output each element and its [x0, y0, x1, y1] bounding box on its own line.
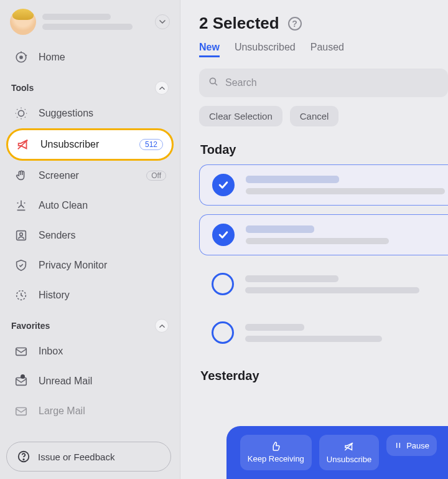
shield-icon: [14, 258, 29, 273]
clear-selection-button[interactable]: Clear Selection: [199, 106, 282, 126]
main-panel: 2 Selected ? New Unsubscribed Paused Cle…: [180, 0, 448, 479]
svg-rect-8: [16, 378, 27, 386]
button-label: Keep Receiving: [248, 455, 304, 464]
button-label: Pause: [406, 441, 429, 450]
pause-icon: [394, 440, 403, 451]
inbox-icon: [14, 344, 29, 359]
nav-suggestions[interactable]: Suggestions: [6, 98, 174, 128]
list-item[interactable]: [199, 214, 448, 255]
nav-unsubscriber[interactable]: Unsubscriber 512: [6, 128, 174, 161]
profile-switcher[interactable]: [6, 7, 174, 42]
megaphone-off-icon: [16, 137, 30, 152]
autoclean-icon: [14, 198, 29, 213]
tab-paused[interactable]: Paused: [310, 42, 344, 57]
collapse-favorites[interactable]: [155, 319, 169, 333]
nav-label: Large Mail: [39, 405, 166, 417]
search-icon: [208, 76, 219, 90]
nav-label: Senders: [39, 230, 166, 241]
svg-point-1: [20, 56, 22, 59]
filter-tabs: New Unsubscribed Paused: [199, 42, 448, 57]
page-title: 2 Selected: [199, 14, 279, 33]
lightbulb-icon: [14, 106, 29, 121]
nav-unread[interactable]: Unread Mail: [6, 366, 174, 396]
feedback-label: Issue or Feedback: [38, 452, 114, 462]
unsubscribe-button[interactable]: Unsubscribe: [319, 435, 379, 470]
svg-point-5: [20, 233, 23, 236]
svg-line-13: [215, 83, 217, 85]
nav-privacy[interactable]: Privacy Monitor: [6, 250, 174, 280]
button-label: Unsubscribe: [327, 455, 371, 464]
hand-icon: [14, 168, 29, 183]
large-mail-icon: [14, 404, 29, 419]
nav-inbox[interactable]: Inbox: [6, 336, 174, 366]
thumbs-up-icon: [270, 441, 281, 452]
nav-home[interactable]: Home: [6, 42, 174, 72]
chevron-down-icon[interactable]: [155, 14, 170, 29]
home-icon: [14, 50, 29, 65]
profile-placeholder: [42, 14, 149, 30]
count-badge: 512: [139, 139, 163, 150]
svg-rect-7: [16, 348, 27, 356]
unread-icon: [14, 374, 29, 389]
nav-label: Inbox: [39, 346, 166, 357]
svg-point-11: [23, 459, 24, 460]
search-bar[interactable]: [199, 69, 448, 97]
nav-autoclean[interactable]: Auto Clean: [6, 191, 174, 221]
help-icon[interactable]: ?: [288, 17, 302, 31]
tab-unsubscribed[interactable]: Unsubscribed: [235, 42, 296, 57]
checkbox-checked[interactable]: [212, 174, 235, 196]
keep-receiving-button[interactable]: Keep Receiving: [240, 435, 312, 470]
nav-label: Unsubscriber: [40, 139, 129, 150]
nav-history[interactable]: History: [6, 280, 174, 310]
checkbox-checked[interactable]: [212, 224, 235, 246]
section-title: Favorites: [11, 321, 50, 331]
list-item-content: [245, 275, 448, 293]
section-tools: Tools: [6, 72, 174, 98]
list-item[interactable]: [199, 264, 448, 304]
group-today: Today: [200, 143, 448, 157]
collapse-tools[interactable]: [155, 81, 169, 95]
history-icon: [14, 288, 29, 303]
nav-label: Unread Mail: [39, 376, 166, 387]
tab-new[interactable]: New: [199, 42, 220, 57]
list-item-content: [246, 225, 448, 244]
question-icon: [17, 450, 30, 463]
group-yesterday: Yesterday: [200, 369, 448, 383]
nav-senders[interactable]: Senders: [6, 221, 174, 250]
cancel-button[interactable]: Cancel: [290, 106, 339, 126]
nav-label: Suggestions: [39, 108, 166, 119]
section-favorites: Favorites: [6, 310, 174, 336]
checkbox[interactable]: [212, 321, 234, 344]
nav-screener[interactable]: Screener Off: [6, 161, 174, 191]
search-input[interactable]: [225, 77, 439, 88]
pause-button[interactable]: Pause: [386, 435, 437, 456]
avatar: [10, 9, 36, 35]
section-title: Tools: [11, 83, 34, 93]
list-item-content: [246, 176, 448, 194]
nav-label: Auto Clean: [39, 200, 166, 211]
nav-label: Home: [39, 52, 166, 63]
nav-label: Privacy Monitor: [39, 260, 166, 271]
feedback-button[interactable]: Issue or Feedback: [6, 442, 171, 472]
nav-large-mail[interactable]: Large Mail: [6, 396, 174, 426]
list-item[interactable]: [199, 164, 448, 206]
nav-label: History: [39, 290, 166, 301]
svg-point-12: [210, 78, 215, 83]
checkbox[interactable]: [212, 273, 234, 295]
svg-point-2: [18, 110, 24, 116]
list-item-content: [245, 324, 448, 342]
nav-label: Screener: [39, 170, 136, 181]
status-badge: Off: [146, 171, 166, 181]
contact-icon: [14, 228, 29, 243]
sidebar: Home Tools Suggestions Unsubscriber 512 …: [0, 0, 180, 479]
list-item[interactable]: [199, 313, 448, 353]
svg-rect-9: [16, 408, 27, 415]
action-bar: Keep Receiving Unsubscribe Pause: [226, 426, 448, 479]
megaphone-off-icon: [343, 441, 355, 452]
